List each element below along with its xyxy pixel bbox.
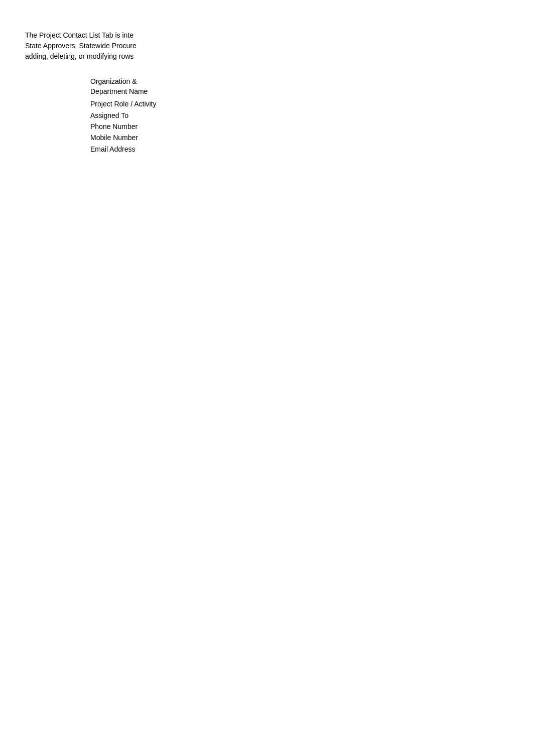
field-project-role: Project Role / Activity [90, 98, 508, 109]
intro-line3: adding, deleting, or modifying rows [25, 52, 134, 60]
field-mobile-number: Mobile Number [90, 132, 508, 143]
intro-paragraph: The Project Contact List Tab is inte Sta… [25, 30, 186, 62]
field-email-address: Email Address [90, 144, 508, 155]
page-container: The Project Contact List Tab is inte Sta… [0, 0, 533, 185]
intro-line1: The Project Contact List Tab is inte [25, 31, 134, 39]
field-assigned-to: Assigned To [90, 110, 508, 121]
intro-line2: State Approvers, Statewide Procure [25, 42, 137, 50]
field-list: Organization &Department Name Project Ro… [90, 77, 508, 155]
field-org-dept: Organization &Department Name [90, 77, 508, 96]
field-phone-number: Phone Number [90, 121, 508, 132]
